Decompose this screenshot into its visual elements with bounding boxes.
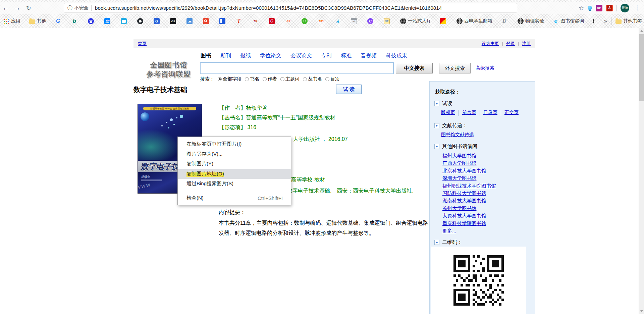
bookmark-item[interactable]: 物理实验 xyxy=(518,18,544,24)
library-link[interactable]: 北京科技大学图书馆 xyxy=(442,167,486,174)
scroll-up-button[interactable] xyxy=(640,30,643,32)
resource-tab[interactable]: 标准 xyxy=(341,52,352,59)
tryread-page-link[interactable]: 版权页 xyxy=(441,110,459,116)
bookmark-item[interactable]: 5E xyxy=(384,18,391,24)
bookmark-star-icon[interactable]: ☆ xyxy=(579,4,584,12)
chinese-search-button[interactable]: 中文搜索 xyxy=(396,63,433,73)
address-bar[interactable]: ⓘ 不安全 book.ucdrs.superlib.net/views/spec… xyxy=(64,3,517,13)
bookmark-item[interactable]: TS xyxy=(252,18,260,24)
scrollbar[interactable] xyxy=(639,28,644,314)
home-link[interactable]: 首页 xyxy=(138,41,147,47)
library-link[interactable]: 广西大学图书馆 xyxy=(442,159,477,167)
radio-icon[interactable] xyxy=(218,77,222,81)
bookmark-item[interactable] xyxy=(88,18,96,24)
lightbulb-extension-icon[interactable] xyxy=(588,6,592,10)
bookmark-item[interactable]: ✂ xyxy=(285,18,293,24)
bookmark-item[interactable]: 知 xyxy=(104,18,112,24)
resource-tab[interactable]: 期刊 xyxy=(220,52,231,59)
rp-extension-icon[interactable]: RP xyxy=(596,5,602,11)
context-menu-item[interactable]: 检查(N) Ctrl+Shift+I xyxy=(178,193,291,203)
bookmark-item[interactable]: 135 xyxy=(318,18,326,24)
scope-radio-option[interactable]: 主题词 xyxy=(280,76,300,82)
scroll-down-button[interactable] xyxy=(640,310,643,312)
scope-radio-option[interactable]: 丛书名 xyxy=(303,76,322,82)
library-link[interactable]: 福州大学图书馆 xyxy=(442,152,477,159)
bookmark-item[interactable]: 教务处 xyxy=(593,18,594,24)
register-link[interactable]: 注册 xyxy=(522,41,531,47)
search-input[interactable] xyxy=(200,62,394,74)
bookmark-item[interactable]: ☁ xyxy=(186,18,194,24)
library-link[interactable]: 国防科技大学图书馆 xyxy=(442,190,486,197)
context-menu-item[interactable]: 通过Bing搜索图片(S) xyxy=(178,179,291,189)
resource-tab[interactable]: 科技成果 xyxy=(386,52,407,59)
library-link[interactable]: 重庆科技学院图书馆 xyxy=(442,220,486,227)
profile-avatar[interactable]: 辰淶 xyxy=(621,4,629,12)
bookmark-item[interactable]: CS xyxy=(170,18,178,24)
foreign-search-button[interactable]: 外文搜索 xyxy=(439,63,471,73)
bookmark-item[interactable]: 西电学生邮箱 xyxy=(457,18,492,24)
back-button[interactable]: ← xyxy=(0,4,11,12)
bookmarks-overflow-button[interactable]: » xyxy=(604,18,607,24)
tryread-page-link[interactable]: 前言页 xyxy=(459,110,480,116)
radio-icon[interactable] xyxy=(245,77,249,81)
adobe-acrobat-extension-icon[interactable]: A xyxy=(606,5,613,11)
bookmark-item[interactable]: G xyxy=(154,18,161,24)
bookmark-item[interactable]: 应用 xyxy=(3,18,20,24)
radio-icon[interactable] xyxy=(263,77,267,81)
bookmark-item[interactable]: ★ xyxy=(334,18,342,24)
tryread-page-link[interactable]: 目录页 xyxy=(480,110,501,116)
tryread-page-link[interactable]: 正文页 xyxy=(501,110,522,116)
advanced-search-link[interactable]: 高级搜索 xyxy=(476,65,494,71)
resource-tab[interactable]: 专利 xyxy=(321,52,332,59)
login-link[interactable]: 登录 xyxy=(506,41,515,47)
context-menu-item[interactable]: 图片另存为(V)... xyxy=(178,149,291,159)
context-menu-item[interactable]: 在新标签页中打开图片(I) xyxy=(178,139,291,149)
scrollbar-thumb[interactable] xyxy=(639,34,644,101)
bookmark-item[interactable] xyxy=(137,18,145,24)
radio-icon[interactable] xyxy=(325,77,329,81)
radio-icon[interactable] xyxy=(280,77,284,81)
bookmark-item[interactable]: C xyxy=(269,18,276,24)
resource-tab[interactable]: 音视频 xyxy=(361,52,377,59)
scope-radio-option[interactable]: 目次 xyxy=(325,76,340,82)
bookmark-item[interactable] xyxy=(121,18,128,24)
library-link[interactable]: 湖南科技大学图书馆 xyxy=(442,197,486,204)
forward-button[interactable]: → xyxy=(11,4,23,12)
document-delivery-link[interactable]: 图书馆文献传递 xyxy=(441,132,474,138)
library-link[interactable]: 太原科技大学图书馆 xyxy=(442,212,486,219)
resource-tab[interactable]: 会议论文 xyxy=(290,52,312,59)
chrome-menu-button[interactable]: ⋮ xyxy=(633,4,641,11)
bookmark-item[interactable] xyxy=(203,18,211,24)
reload-button[interactable]: ↻ xyxy=(23,4,34,12)
scope-radio-option[interactable]: 书名 xyxy=(245,76,259,82)
page-info-icon[interactable]: ⓘ xyxy=(67,5,72,11)
bookmark-item[interactable]: G xyxy=(55,18,63,24)
try-read-button[interactable]: 试 读 xyxy=(336,85,362,94)
context-menu-item[interactable]: 复制图片(Y) xyxy=(178,159,291,169)
bookmark-item[interactable]: T xyxy=(236,18,244,24)
bookmark-item[interactable]: </> xyxy=(351,18,359,24)
radio-icon[interactable] xyxy=(303,77,307,81)
library-link[interactable]: 苏州大学图书馆 xyxy=(442,205,477,212)
library-link[interactable]: 深圳大学图书馆 xyxy=(442,174,477,182)
library-link[interactable]: 更多... xyxy=(442,227,456,234)
resource-tab[interactable]: 学位论文 xyxy=(260,52,281,59)
bookmark-item[interactable] xyxy=(219,18,227,24)
context-menu-item[interactable]: 复制图片地址(O) xyxy=(178,169,291,179)
bookmark-item[interactable]: e 图书馆咨询 xyxy=(553,18,584,24)
library-link[interactable]: 福州职业技术学院图书馆 xyxy=(442,182,496,190)
resource-tab[interactable]: 报纸 xyxy=(240,52,251,59)
scope-radio-option[interactable]: 全部字段 xyxy=(218,76,241,82)
bookmark-item[interactable]: b xyxy=(71,18,79,24)
bookmark-item[interactable]: 一站式大厅 xyxy=(400,18,431,24)
set-homepage-link[interactable]: 设为主页 xyxy=(482,41,499,47)
context-menu-item[interactable] xyxy=(178,191,290,191)
url-text[interactable]: book.ucdrs.superlib.net/views/specific/2… xyxy=(95,5,442,11)
bookmark-item[interactable] xyxy=(302,18,309,24)
other-bookmarks-folder[interactable]: 其他书签 xyxy=(615,18,642,24)
bookmark-item[interactable] xyxy=(440,18,448,24)
bookmark-item[interactable]: B xyxy=(501,18,509,24)
resource-tab[interactable]: 图书 xyxy=(201,52,211,59)
bookmark-item[interactable]: 其他 xyxy=(29,18,46,24)
bookmark-item[interactable]: C xyxy=(367,18,375,24)
